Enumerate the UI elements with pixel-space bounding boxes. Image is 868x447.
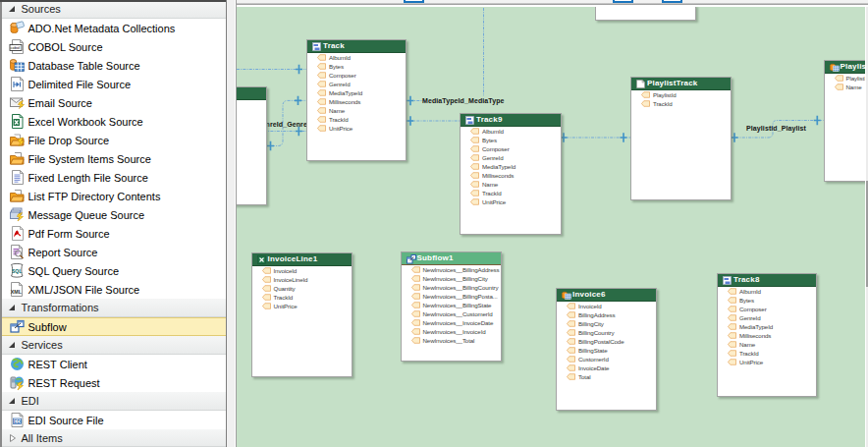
svg-text:cobol: cobol xyxy=(11,45,21,50)
svg-text:SQL: SQL xyxy=(12,268,22,274)
svg-text:EDI: EDI xyxy=(14,419,23,424)
svg-text:XML: XML xyxy=(11,289,23,295)
